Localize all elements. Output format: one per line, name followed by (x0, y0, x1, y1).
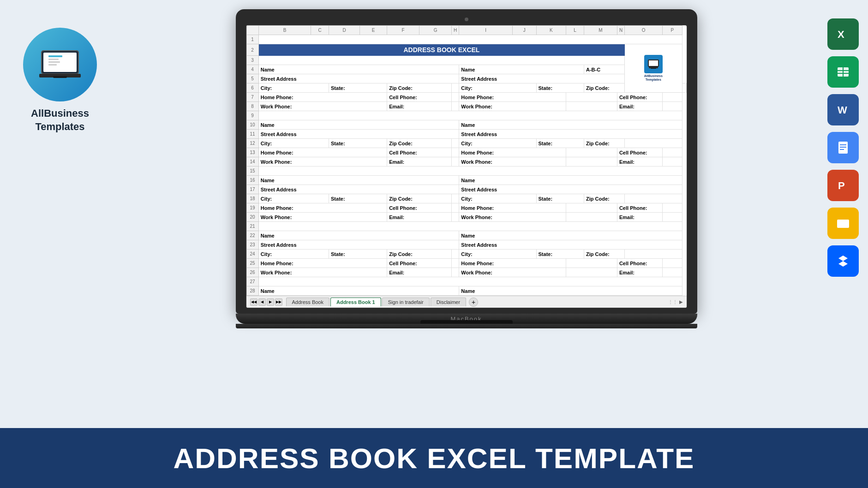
logo-circle (23, 28, 97, 101)
row-2: 2 ADDRESS BOOK EXCEL (246, 44, 686, 56)
laptop-stand (236, 324, 697, 328)
row-19: 19 Home Phone: Cell Phone: Home Phone: C… (246, 203, 686, 213)
tab-address-book-1[interactable]: Address Book 1 (330, 298, 381, 306)
svg-rect-29 (649, 60, 658, 66)
svg-rect-2 (48, 55, 62, 57)
excel-app: B C D E F G H I J K (246, 25, 687, 308)
spreadsheet-title: ADDRESS BOOK EXCEL (258, 44, 624, 56)
sheets-app-icon[interactable] (827, 56, 859, 88)
svg-rect-26 (834, 252, 852, 270)
spreadsheet-table: B C D E F G H I J K (246, 25, 687, 296)
svg-rect-7 (53, 76, 67, 78)
svg-text:P: P (838, 180, 845, 191)
excel-app-icon[interactable]: X (827, 18, 859, 50)
docs-app-icon[interactable] (827, 132, 859, 163)
bottom-banner: ADDRESS BOOK EXCEL TEMPLATE (0, 428, 868, 488)
row-22: 22 Name Name (246, 231, 686, 240)
tab-address-book[interactable]: Address Book (286, 298, 329, 306)
row-26: 26 Work Phone: Email: Work Phone: Email: (246, 268, 686, 277)
svg-text:W: W (838, 104, 847, 116)
row-4: 4 Name Name A-B-C (246, 65, 686, 74)
row-9: 9 (246, 111, 686, 120)
row-5: 5 Street Address Street Address (246, 74, 686, 83)
sheet-nav-prev[interactable]: ◀ (258, 298, 266, 306)
svg-rect-25 (837, 220, 849, 228)
svg-text:X: X (838, 29, 844, 40)
row-23: 23 Street Address Street Address (246, 240, 686, 250)
bottom-banner-text: ADDRESS BOOK EXCEL TEMPLATE (174, 442, 695, 475)
row-3: 3 (246, 56, 686, 65)
row-1: 1 (246, 35, 686, 44)
tab-disclaimer[interactable]: Disclaimer (431, 298, 466, 306)
laptop-notch (420, 320, 513, 324)
laptop-container: B C D E F G H I J K (115, 9, 817, 423)
row-28: 28 Name Name (246, 286, 686, 296)
app-icons-panel: X W P (827, 18, 859, 277)
sheet-nav-next[interactable]: ▶ (267, 298, 274, 306)
row-24: 24 City: State: Zip Code: City: State: Z… (246, 250, 686, 259)
row-21: 21 (246, 222, 686, 231)
laptop-bezel: B C D E F G H I J K (236, 9, 697, 314)
add-sheet-button[interactable]: + (469, 298, 478, 307)
tab-sign-in-tradefair[interactable]: Sign in tradefair (382, 298, 430, 306)
dropbox-app-icon[interactable] (827, 245, 859, 277)
laptop-camera (465, 18, 468, 21)
sheet-nav-first[interactable]: ◀◀ (250, 298, 257, 306)
spreadsheet-grid: B C D E F G H I J K (246, 25, 687, 296)
sheet-nav-last[interactable]: ▶▶ (275, 298, 282, 306)
row-6: 6 City: State: Zip Code: City: State: Zi… (246, 83, 686, 93)
row-11: 11 Street Address Street Address (246, 130, 686, 139)
abt-logo-cell: AllBusinessTemplates (625, 44, 682, 93)
row-27: 27 (246, 277, 686, 286)
word-app-icon[interactable]: W (827, 94, 859, 125)
laptop-icon (37, 48, 83, 81)
brand-logo-area: AllBusiness Templates (9, 28, 111, 133)
sheet-scrollbar: ⋮⋮ ▶ (668, 299, 683, 304)
row-12: 12 City: State: Zip Code: City: State: Z… (246, 139, 686, 148)
laptop-base: MacBook (236, 314, 697, 324)
laptop: B C D E F G H I J K (236, 9, 697, 328)
row-16: 16 Name Name (246, 176, 686, 185)
svg-rect-5 (48, 64, 57, 65)
svg-rect-4 (48, 61, 60, 63)
laptop-screen: B C D E F G H I J K (246, 25, 687, 308)
row-18: 18 City: State: Zip Code: City: State: Z… (246, 194, 686, 203)
row-25: 25 Home Phone: Cell Phone: Home Phone: C… (246, 259, 686, 268)
row-17: 17 Street Address Street Address (246, 185, 686, 194)
slides-app-icon[interactable] (827, 208, 859, 239)
col-header-row: B C D E F G H I J K (246, 26, 686, 35)
row-10: 10 Name Name (246, 120, 686, 130)
row-14: 14 Work Phone: Email: Work Phone: Email: (246, 157, 686, 167)
row-8: 8 Work Phone: Email: Work Phone: Email: (246, 102, 686, 111)
row-15: 15 (246, 167, 686, 176)
brand-name: AllBusiness Templates (31, 107, 89, 133)
sheet-tabs-bar: ◀◀ ◀ ▶ ▶▶ Address Book Address Book 1 Si… (246, 296, 687, 308)
row-7: 7 Home Phone: Cell Phone: Home Phone: Ce… (246, 93, 686, 102)
powerpoint-app-icon[interactable]: P (827, 170, 859, 201)
svg-rect-31 (651, 68, 656, 69)
row-13: 13 Home Phone: Cell Phone: Home Phone: C… (246, 148, 686, 157)
sheet-nav[interactable]: ◀◀ ◀ ▶ ▶▶ (250, 298, 282, 306)
row-20: 20 Work Phone: Email: Work Phone: Email: (246, 213, 686, 222)
svg-rect-3 (48, 59, 59, 60)
